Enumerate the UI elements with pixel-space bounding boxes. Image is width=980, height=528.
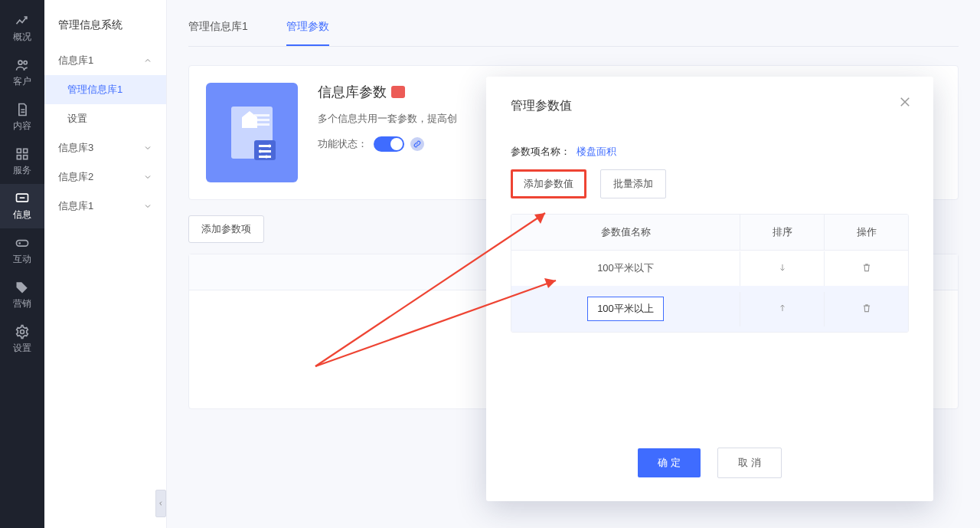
card-description: 多个信息共用一套参数，提高创 <box>318 112 457 126</box>
svg-rect-10 <box>254 114 270 116</box>
manage-value-modal: 管理参数值 参数项名称： 楼盘面积 添加参数值 批量添加 参数值名称 排序 操作… <box>486 77 933 501</box>
rail-overview[interactable]: 概况 <box>0 6 44 51</box>
close-icon <box>898 95 912 109</box>
status-label: 功能状态： <box>318 137 368 151</box>
col-action: 操作 <box>824 215 908 250</box>
document-icon <box>15 102 30 117</box>
rail-label: 信息 <box>13 208 31 221</box>
rail-service[interactable]: 服务 <box>0 139 44 184</box>
rail-label: 概况 <box>13 31 31 44</box>
add-value-button[interactable]: 添加参数值 <box>511 169 586 198</box>
sidebar-group-0[interactable]: 信息库1 <box>44 46 166 75</box>
cancel-button[interactable]: 取 消 <box>717 448 782 478</box>
modal-close-button[interactable] <box>898 95 912 111</box>
value-row-1: 100平米以上 <box>511 286 908 332</box>
rail-settings[interactable]: 设置 <box>0 317 44 362</box>
svg-rect-12 <box>254 123 270 126</box>
rail-marketing[interactable]: 营销 <box>0 273 44 317</box>
chart-icon <box>15 13 30 28</box>
arrow-up-icon <box>778 303 787 313</box>
tab-library[interactable]: 管理信息库1 <box>188 11 248 46</box>
grid-icon <box>15 146 30 162</box>
sidebar-group-label: 信息库3 <box>58 141 93 155</box>
value-input[interactable]: 100平米以上 <box>587 297 664 321</box>
svg-rect-5 <box>24 156 28 159</box>
sidebar-collapse-handle[interactable] <box>155 490 166 517</box>
svg-point-8 <box>21 330 24 334</box>
delete-row-button[interactable] <box>824 292 908 326</box>
rail-label: 互动 <box>13 253 31 266</box>
message-icon <box>15 191 30 206</box>
confirm-button[interactable]: 确 定 <box>638 448 701 477</box>
trash-icon <box>861 262 872 273</box>
col-sort: 排序 <box>740 215 824 250</box>
rail-label: 内容 <box>13 120 31 133</box>
svg-rect-2 <box>17 149 21 152</box>
svg-rect-11 <box>254 119 270 121</box>
svg-point-17 <box>259 150 262 153</box>
param-label: 参数项名称： <box>511 146 570 157</box>
gear-icon <box>15 324 30 339</box>
chevron-down-icon <box>143 143 152 152</box>
delete-row-button[interactable] <box>824 251 908 286</box>
sidebar-group-3[interactable]: 信息库1 <box>44 192 166 221</box>
trash-icon <box>861 303 872 313</box>
tag-icon <box>15 280 30 295</box>
rail-info[interactable]: 信息 <box>0 184 44 228</box>
sidebar-sub-settings[interactable]: 设置 <box>44 104 166 133</box>
rail-content[interactable]: 内容 <box>0 95 44 139</box>
sidebar: 管理信息系统 信息库1 管理信息库1 设置 信息库3 信息库2 信息库1 <box>44 0 167 528</box>
value-row-0: 100平米以下 <box>511 251 908 286</box>
link-icon[interactable] <box>410 137 424 151</box>
rail-interact[interactable]: 互动 <box>0 228 44 273</box>
sidebar-group-label: 信息库1 <box>58 54 93 67</box>
col-name: 参数值名称 <box>511 215 740 250</box>
nav-rail: 概况 客户 内容 服务 信息 互动 营销 设置 <box>0 0 44 528</box>
svg-rect-7 <box>17 241 28 247</box>
badge-icon <box>391 86 405 98</box>
sidebar-group-label: 信息库2 <box>58 170 93 184</box>
house-document-icon <box>225 102 279 163</box>
card-body: 信息库参数 多个信息共用一套参数，提高创 功能状态： <box>318 83 457 152</box>
svg-rect-4 <box>17 156 21 159</box>
svg-point-1 <box>24 61 27 64</box>
tab-params[interactable]: 管理参数 <box>286 11 329 46</box>
svg-point-15 <box>268 145 271 148</box>
sidebar-title: 管理信息系统 <box>44 11 166 46</box>
svg-point-0 <box>18 61 22 64</box>
value-name: 100平米以下 <box>511 251 740 286</box>
svg-rect-3 <box>24 149 28 152</box>
chevron-left-icon <box>158 500 164 507</box>
sort-up-button[interactable] <box>740 292 824 326</box>
value-table-header: 参数值名称 排序 操作 <box>511 215 908 251</box>
rail-customers[interactable]: 客户 <box>0 51 44 95</box>
sidebar-group-label: 信息库1 <box>58 199 93 213</box>
sidebar-group-2[interactable]: 信息库2 <box>44 162 166 192</box>
rail-label: 客户 <box>13 75 31 88</box>
sidebar-group-1[interactable]: 信息库3 <box>44 133 166 162</box>
rail-label: 服务 <box>13 164 31 177</box>
modal-actions: 确 定 取 消 <box>511 448 909 478</box>
add-param-item-button[interactable]: 添加参数项 <box>188 215 264 243</box>
chevron-up-icon <box>143 56 152 65</box>
modal-button-row: 添加参数值 批量添加 <box>511 169 909 198</box>
rail-label: 营销 <box>13 297 31 310</box>
arrow-down-icon <box>778 262 787 273</box>
value-name-editing: 100平米以上 <box>511 286 740 332</box>
param-name-link[interactable]: 楼盘面积 <box>577 146 616 157</box>
sort-down-button[interactable] <box>740 251 824 286</box>
gamepad-icon <box>15 235 30 251</box>
status-toggle[interactable] <box>374 136 404 152</box>
modal-title: 管理参数值 <box>511 98 909 114</box>
chevron-down-icon <box>143 202 152 211</box>
value-table: 参数值名称 排序 操作 100平米以下 100平米以上 <box>511 214 909 333</box>
chevron-down-icon <box>143 172 152 182</box>
rail-label: 设置 <box>13 342 31 355</box>
batch-add-button[interactable]: 批量添加 <box>600 169 666 198</box>
card-status-row: 功能状态： <box>318 136 457 152</box>
sidebar-sub-manage[interactable]: 管理信息库1 <box>44 75 166 104</box>
card-illustration <box>206 83 298 182</box>
param-name-row: 参数项名称： 楼盘面积 <box>511 145 909 159</box>
card-title: 信息库参数 <box>318 83 457 101</box>
tabs: 管理信息库1 管理参数 <box>188 11 959 47</box>
